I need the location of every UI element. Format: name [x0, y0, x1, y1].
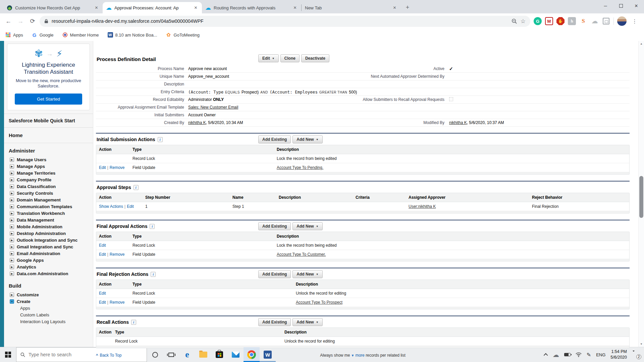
sidebar-item[interactable]: ▶ Data Classification [4, 183, 93, 190]
sidebar-subitem[interactable]: Interaction Log Layouts [4, 318, 93, 325]
edit-action-link[interactable]: Edit [99, 300, 106, 305]
tab-close-icon[interactable]: ✕ [94, 5, 99, 11]
get-started-button[interactable]: Get Started [15, 94, 83, 105]
sidebar-item[interactable]: ▶ Analytics [4, 263, 93, 270]
reload-icon[interactable]: ⟳ [28, 16, 38, 26]
sidebar-subitem[interactable]: Custom Labels [4, 311, 93, 318]
add-new-button[interactable]: Add New▼ [292, 222, 322, 230]
add-existing-button[interactable]: Add Existing [258, 135, 291, 143]
expand-arrow-icon[interactable]: ▶ [10, 225, 14, 229]
tab-customize-records[interactable]: Customize How Records Get App ✕ [3, 2, 103, 13]
sidebar-item-create[interactable]: ▼ Create [4, 298, 93, 305]
zoom-out-icon[interactable] [512, 18, 517, 24]
edit-action-link[interactable]: Edit [99, 165, 106, 170]
expand-arrow-icon[interactable]: ▶ [10, 231, 14, 236]
remove-action-link[interactable]: Remove [110, 252, 125, 257]
sidebar-item[interactable]: ▶ Company Profile [4, 176, 93, 183]
recall-checkbox[interactable] [449, 97, 453, 101]
expand-arrow-icon[interactable]: ▶ [10, 272, 14, 276]
scroll-down-icon[interactable]: ▼ [639, 341, 644, 347]
new-tab-button[interactable]: + [403, 3, 412, 12]
more-records-link[interactable]: more [355, 353, 364, 358]
tab-close-icon[interactable]: ✕ [292, 5, 298, 11]
sidebar-item[interactable]: ▶ Communication Templates [4, 203, 93, 210]
start-button[interactable] [0, 347, 16, 362]
expand-arrow-icon[interactable]: ▶ [10, 164, 14, 169]
cortana-button[interactable] [147, 347, 163, 362]
bookmark-member-home[interactable]: Member Home [62, 32, 99, 38]
info-icon[interactable]: i [158, 137, 163, 142]
expand-arrow-icon[interactable]: ▶ [10, 218, 14, 222]
chrome-menu-icon[interactable]: ⋮ [630, 18, 639, 24]
sidebar-item[interactable]: ▶ Desktop Administration [4, 230, 93, 237]
expand-arrow-icon[interactable]: ▶ [10, 251, 14, 256]
page-scrollbar[interactable]: ▲ ▼ [638, 41, 644, 347]
created-by-user-link[interactable]: nikhitha K [188, 120, 206, 125]
info-icon[interactable]: i [150, 224, 155, 229]
expand-arrow-icon[interactable]: ▶ [10, 258, 14, 262]
bookmark-apps[interactable]: Apps [5, 32, 23, 38]
edit-action-link[interactable]: Edit [99, 291, 106, 296]
dropdown-triangle-icon[interactable]: ▼ [351, 354, 355, 357]
scrollbar-track[interactable] [639, 47, 644, 341]
info-icon[interactable]: i [131, 320, 136, 325]
field-update-link[interactable]: Account Type To Prospect [296, 300, 342, 305]
add-new-button[interactable]: Add New▼ [292, 270, 322, 278]
expand-arrow-icon[interactable]: ▶ [10, 158, 14, 162]
word-button[interactable]: W [260, 347, 276, 362]
sidebar-item[interactable]: ▶ Manage Apps [4, 163, 93, 170]
scrollbar-thumb[interactable] [639, 176, 643, 218]
show-actions-link[interactable]: Show Actions [99, 204, 123, 209]
adblock-icon[interactable]: ✋ [556, 17, 565, 25]
back-to-top-link[interactable]: ^Back To Top [96, 353, 121, 358]
action-center-button[interactable]: 2 [632, 351, 640, 358]
sidebar-item[interactable]: ▶ Data.com Administration [4, 270, 93, 277]
close-icon[interactable]: ✕ [629, 0, 644, 11]
edit-action-link[interactable]: Edit [99, 252, 106, 257]
expand-arrow-icon[interactable]: ▶ [10, 211, 14, 216]
field-update-link[interactable]: Account Type To Customer. [277, 252, 326, 257]
bookmark-notice-board[interactable]: W 8.10 am Notice Boa... [108, 32, 157, 38]
sidebar-item-customize[interactable]: ▶ Customize [4, 291, 93, 298]
sidebar-item[interactable]: ▶ Gmail Integration and Sync [4, 243, 93, 250]
modified-by-user-link[interactable]: nikhitha K [449, 120, 467, 125]
expand-arrow-icon[interactable]: ▶ [10, 265, 14, 269]
remove-action-link[interactable]: Remove [110, 165, 125, 170]
grammarly-icon[interactable]: G [534, 17, 542, 25]
expand-arrow-icon[interactable]: ▶ [10, 171, 14, 175]
minimize-icon[interactable]: ─ [598, 0, 613, 11]
sidebar-item[interactable]: ▶ Security Controls [4, 190, 93, 196]
maximize-icon[interactable] [613, 0, 629, 11]
expand-arrow-icon[interactable]: ▶ [10, 178, 14, 182]
mcafee-icon[interactable]: M [545, 17, 553, 25]
sidebar-item[interactable]: ▶ Google Apps [4, 257, 93, 263]
s-key-icon[interactable]: S [579, 17, 587, 25]
remove-action-link[interactable]: Remove [110, 300, 125, 305]
bookmark-google[interactable]: G Google [32, 32, 54, 38]
clone-button[interactable]: Clone [280, 54, 300, 62]
profile-avatar[interactable] [617, 16, 627, 26]
expand-arrow-icon[interactable]: ▶ [10, 184, 14, 189]
edit-button[interactable]: Edit▼ [258, 54, 279, 62]
address-bar[interactable]: resourceful-impala-n4kra-dev-ed.my.sales… [40, 16, 530, 27]
info-icon[interactable]: i [151, 272, 156, 277]
edit-action-link[interactable]: Edit [127, 204, 134, 209]
edge-button[interactable]: e [179, 347, 195, 362]
expand-arrow-icon[interactable]: ▶ [10, 198, 14, 202]
sidebar-item[interactable]: ▶ Manage Territories [4, 170, 93, 176]
store-button[interactable] [211, 347, 227, 362]
sidebar-item-home[interactable]: Home [4, 128, 93, 143]
tab-approval-processes[interactable]: ☁ Approval Processes: Account: Ap ✕ [103, 2, 202, 13]
add-new-button[interactable]: Add New▼ [292, 135, 322, 143]
forward-icon[interactable]: → [15, 16, 25, 26]
expand-arrow-icon[interactable]: ▶ [10, 238, 14, 242]
file-explorer-button[interactable] [195, 347, 211, 362]
sidebar-item[interactable]: ▶ Domain Management [4, 196, 93, 203]
tab-new-tab[interactable]: New Tab ✕ [302, 2, 401, 13]
deactivate-button[interactable]: Deactivate [301, 54, 329, 62]
expand-arrow-icon[interactable]: ▶ [10, 293, 14, 297]
scroll-up-icon[interactable]: ▲ [639, 41, 644, 47]
mail-button[interactable] [227, 347, 244, 362]
info-icon[interactable]: i [133, 185, 139, 190]
sidebar-item[interactable]: ▶ Outlook Integration and Sync [4, 237, 93, 243]
